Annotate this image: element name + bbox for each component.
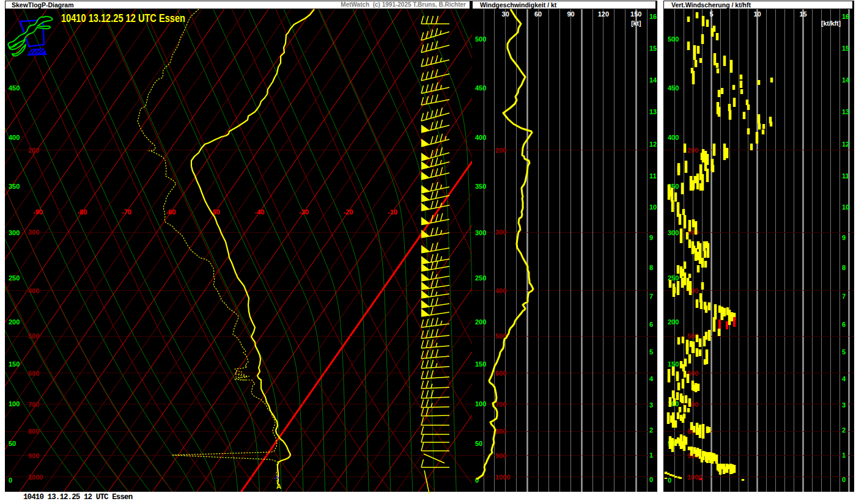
svg-text:400: 400 [668, 134, 679, 141]
svg-text:150: 150 [630, 10, 641, 18]
svg-text:400: 400 [495, 287, 506, 294]
svg-text:200: 200 [687, 147, 698, 154]
svg-text:50: 50 [9, 440, 16, 447]
svg-text:12: 12 [649, 141, 657, 148]
svg-text:-60: -60 [166, 208, 176, 216]
svg-text:450: 450 [9, 84, 20, 92]
svg-text:3: 3 [842, 401, 846, 409]
svg-text:600: 600 [28, 370, 39, 377]
svg-text:2: 2 [842, 426, 846, 434]
svg-text:700: 700 [495, 401, 506, 408]
svg-text:120: 120 [598, 10, 609, 18]
svg-text:800: 800 [28, 428, 39, 435]
svg-text:1: 1 [842, 451, 846, 459]
svg-text:400: 400 [475, 134, 486, 141]
svg-text:1000: 1000 [495, 473, 510, 481]
svg-text:200: 200 [9, 318, 20, 326]
svg-text:200: 200 [28, 147, 39, 154]
svg-text:300: 300 [28, 228, 39, 236]
svg-text:9: 9 [842, 234, 846, 241]
svg-text:100: 100 [9, 400, 20, 407]
svg-text:-10: -10 [388, 208, 397, 216]
svg-text:-70: -70 [122, 208, 131, 216]
svg-text:A: A [276, 483, 281, 490]
svg-text:30: 30 [502, 10, 509, 18]
svg-text:450: 450 [668, 84, 679, 92]
svg-text:[kt/kft]: [kt/kft] [821, 20, 841, 27]
svg-text:0: 0 [668, 477, 671, 484]
svg-text:0: 0 [842, 476, 846, 483]
svg-text:400: 400 [28, 287, 39, 294]
svg-text:150: 150 [668, 360, 679, 368]
svg-text:4: 4 [842, 375, 846, 382]
svg-text:9: 9 [649, 234, 653, 241]
svg-text:-20: -20 [344, 208, 353, 216]
svg-text:900: 900 [28, 452, 39, 459]
svg-text:-90: -90 [33, 208, 43, 216]
svg-text:350: 350 [9, 183, 20, 190]
svg-text:10: 10 [842, 203, 849, 211]
svg-text:90: 90 [567, 10, 574, 18]
svg-text:15: 15 [799, 10, 806, 18]
svg-text:10: 10 [753, 10, 761, 18]
svg-text:13: 13 [649, 108, 657, 115]
svg-text:6: 6 [842, 321, 846, 328]
svg-text:0: 0 [649, 476, 653, 483]
svg-text:10: 10 [649, 203, 657, 211]
svg-text:6: 6 [649, 321, 653, 328]
svg-text:300: 300 [668, 229, 679, 236]
svg-text:5: 5 [649, 348, 653, 356]
svg-text:1000: 1000 [28, 473, 43, 481]
svg-text:800: 800 [495, 428, 506, 435]
svg-text:7: 7 [649, 293, 653, 300]
svg-text:[kt]: [kt] [631, 20, 641, 27]
svg-text:250: 250 [475, 274, 486, 282]
svg-text:10410 13.12.25 12 UTC Essen: 10410 13.12.25 12 UTC Essen [61, 12, 185, 24]
svg-text:300: 300 [495, 228, 506, 236]
svg-text:50: 50 [475, 440, 482, 447]
svg-text:12: 12 [842, 141, 849, 148]
svg-text:300: 300 [475, 229, 486, 236]
svg-text:-40: -40 [255, 208, 265, 216]
svg-text:14: 14 [649, 76, 657, 84]
svg-text:11: 11 [649, 172, 657, 180]
svg-text:100: 100 [475, 400, 486, 407]
svg-text:-30: -30 [299, 208, 309, 216]
svg-text:150: 150 [475, 360, 486, 368]
svg-text:500: 500 [668, 35, 679, 43]
svg-text:11: 11 [842, 172, 849, 180]
svg-text:200: 200 [475, 318, 486, 326]
svg-text:14: 14 [842, 76, 850, 84]
svg-text:900: 900 [495, 452, 506, 459]
svg-text:450: 450 [475, 84, 486, 92]
svg-text:2: 2 [649, 426, 653, 434]
svg-text:700: 700 [28, 401, 39, 408]
svg-text:5: 5 [842, 348, 846, 356]
svg-text:5: 5 [709, 10, 713, 18]
svg-text:350: 350 [475, 183, 486, 190]
svg-text:200: 200 [495, 147, 506, 154]
svg-text:500: 500 [475, 35, 486, 43]
svg-text:16: 16 [842, 13, 849, 20]
svg-text:13: 13 [842, 108, 849, 115]
svg-text:3: 3 [649, 401, 653, 409]
svg-text:600: 600 [495, 370, 506, 377]
svg-text:150: 150 [9, 360, 20, 368]
svg-text:1: 1 [649, 451, 653, 459]
svg-text:500: 500 [28, 332, 39, 340]
svg-text:250: 250 [9, 274, 20, 282]
svg-text:300: 300 [9, 229, 20, 236]
svg-text:16: 16 [649, 13, 657, 20]
svg-text:8: 8 [842, 264, 846, 271]
svg-text:-80: -80 [78, 208, 87, 216]
svg-text:4: 4 [649, 375, 654, 382]
svg-text:200: 200 [668, 318, 679, 326]
svg-text:15: 15 [842, 45, 849, 52]
svg-text:8: 8 [649, 264, 653, 271]
svg-text:400: 400 [9, 134, 20, 141]
svg-text:0: 0 [9, 477, 12, 484]
svg-text:7: 7 [842, 293, 846, 300]
svg-text:15: 15 [649, 45, 657, 52]
svg-text:60: 60 [534, 10, 542, 18]
